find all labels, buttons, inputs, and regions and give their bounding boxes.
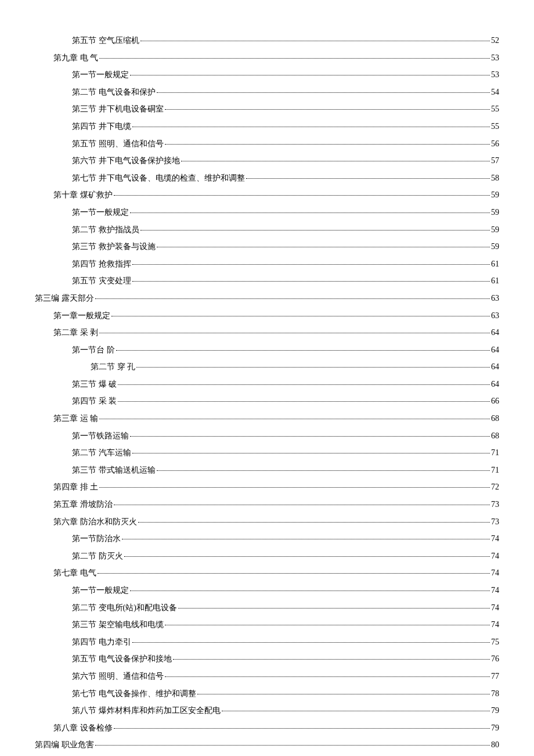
toc-entry-page: 80	[491, 739, 499, 751]
toc-entry[interactable]: 第一节防治水74	[35, 533, 499, 545]
toc-leader-dots	[136, 367, 490, 368]
toc-leader-dots	[114, 728, 490, 729]
toc-entry[interactable]: 第七章 电气74	[35, 567, 499, 579]
toc-entry[interactable]: 第六节 井下电气设备保护接地57	[35, 155, 499, 167]
toc-leader-dots	[99, 487, 490, 488]
toc-leader-dots	[118, 384, 490, 385]
toc-entry-title: 第七节 电气设备操作、维护和调整	[72, 688, 196, 700]
toc-entry-title: 第一节一般规定	[72, 585, 129, 596]
toc-entry-page: 73	[491, 516, 499, 528]
toc-entry[interactable]: 第五章 滑坡防治73	[35, 499, 499, 510]
toc-leader-dots	[222, 711, 490, 711]
toc-entry-title: 第四章 排 土	[53, 481, 98, 493]
toc-entry[interactable]: 第一章一般规定63	[35, 310, 499, 322]
toc-entry-page: 59	[491, 224, 499, 236]
toc-entry-title: 第八章 设备检修	[53, 722, 113, 734]
toc-entry-page: 52	[491, 35, 499, 46]
toc-entry[interactable]: 第一节台 阶64	[35, 344, 499, 356]
toc-leader-dots	[111, 316, 490, 316]
toc-entry[interactable]: 第四节 电力牵引75	[35, 636, 499, 648]
toc-entry[interactable]: 第五节 照明、通信和信号56	[35, 138, 499, 150]
toc-leader-dots	[130, 213, 490, 213]
toc-entry[interactable]: 第四节 井下电缆55	[35, 121, 499, 132]
toc-entry[interactable]: 第一节一般规定74	[35, 585, 499, 596]
toc-entry-title: 第二节 救护指战员	[72, 224, 139, 236]
toc-entry-page: 74	[491, 533, 499, 545]
toc-entry[interactable]: 第二节 穿 孔64	[35, 361, 499, 373]
toc-entry[interactable]: 第一节铁路运输68	[35, 430, 499, 442]
toc-leader-dots	[132, 264, 490, 265]
toc-entry-page: 74	[491, 567, 499, 579]
toc-entry[interactable]: 第三节 架空输电线和电缆74	[35, 619, 499, 631]
toc-entry[interactable]: 第三编 露天部分63	[35, 293, 499, 304]
toc-entry[interactable]: 第八章 设备检修79	[35, 722, 499, 734]
toc-leader-dots	[197, 694, 490, 694]
toc-entry[interactable]: 第一节一般规定53	[35, 69, 499, 81]
toc-entry[interactable]: 第三节 井下机电设备硐室55	[35, 103, 499, 115]
toc-entry[interactable]: 第七节 电气设备操作、维护和调整78	[35, 688, 499, 700]
toc-entry-title: 第七章 电气	[53, 567, 96, 579]
toc-entry-title: 第二章 采 剥	[53, 327, 98, 339]
toc-entry[interactable]: 第六节 照明、通信和信号77	[35, 671, 499, 682]
toc-leader-dots	[165, 676, 490, 677]
toc-entry[interactable]: 第三章 运 输68	[35, 413, 499, 424]
toc-entry-title: 第五节 照明、通信和信号	[72, 138, 164, 150]
toc-leader-dots	[165, 144, 490, 145]
toc-entry[interactable]: 第五节 灾变处理61	[35, 275, 499, 287]
toc-entry[interactable]: 第七节 井下电气设备、电缆的检查、维护和调整58	[35, 172, 499, 184]
toc-entry-page: 71	[491, 447, 499, 459]
toc-entry-page: 59	[491, 189, 499, 201]
toc-entry[interactable]: 第五节 电气设备保护和接地76	[35, 653, 499, 665]
toc-entry-page: 68	[491, 430, 499, 442]
toc-entry-title: 第九章 电 气	[53, 52, 98, 64]
toc-entry[interactable]: 第六章 防治水和防灭火73	[35, 516, 499, 528]
toc-entry-title: 第二节 防灭火	[72, 550, 123, 562]
toc-entry-page: 59	[491, 241, 499, 253]
toc-leader-dots	[165, 109, 490, 110]
toc-entry[interactable]: 第二节 变电所(站)和配电设备74	[35, 602, 499, 614]
toc-entry-page: 72	[491, 481, 499, 493]
toc-entry[interactable]: 第三节 带式输送机运输71	[35, 465, 499, 476]
toc-entry[interactable]: 第四章 排 土72	[35, 481, 499, 493]
toc-entry[interactable]: 第五节 空气压缩机52	[35, 35, 499, 46]
toc-leader-dots	[157, 470, 490, 471]
toc-entry[interactable]: 第九章 电 气53	[35, 52, 499, 64]
toc-entry[interactable]: 第三节 救护装备与设施59	[35, 241, 499, 253]
toc-entry-title: 第一节铁路运输	[72, 430, 129, 442]
toc-entry-page: 53	[491, 52, 499, 64]
toc-leader-dots	[118, 401, 490, 402]
toc-entry-page: 63	[491, 310, 499, 322]
toc-leader-dots	[95, 298, 490, 299]
toc-leader-dots	[114, 505, 490, 505]
toc-entry-page: 74	[491, 550, 499, 562]
toc-leader-dots	[95, 745, 490, 746]
toc-entry[interactable]: 第一节一般规定59	[35, 207, 499, 218]
toc-entry-title: 第十章 煤矿救护	[53, 189, 113, 201]
toc-entry[interactable]: 第八节 爆炸材料库和炸药加工区安全配电79	[35, 705, 499, 717]
toc-entry[interactable]: 第四节 采 装66	[35, 395, 499, 407]
toc-leader-dots	[130, 436, 490, 437]
toc-entry[interactable]: 第四编 职业危害80	[35, 739, 499, 751]
toc-entry[interactable]: 第二节 防灭火74	[35, 550, 499, 562]
toc-entry[interactable]: 第十章 煤矿救护59	[35, 189, 499, 201]
toc-entry-page: 54	[491, 87, 499, 98]
toc-entry[interactable]: 第四节 抢救指挥61	[35, 258, 499, 270]
toc-entry-page: 75	[491, 636, 499, 648]
toc-entry[interactable]: 第三节 爆 破64	[35, 379, 499, 390]
toc-entry[interactable]: 第二节 电气设备和保护54	[35, 87, 499, 98]
toc-entry-page: 76	[491, 653, 499, 665]
toc-entry-title: 第三节 爆 破	[72, 379, 117, 390]
toc-entry-page: 64	[491, 327, 499, 339]
toc-entry-page: 64	[491, 379, 499, 390]
toc-entry-title: 第四节 电力牵引	[72, 636, 131, 648]
toc-entry-title: 第一章一般规定	[53, 310, 110, 322]
toc-entry[interactable]: 第二章 采 剥64	[35, 327, 499, 339]
toc-entry-page: 63	[491, 293, 499, 304]
toc-leader-dots	[116, 350, 490, 351]
toc-entry-page: 77	[491, 671, 499, 682]
toc-entry[interactable]: 第二节 救护指战员59	[35, 224, 499, 236]
toc-entry-page: 79	[491, 722, 499, 734]
toc-entry-title: 第六节 照明、通信和信号	[72, 671, 164, 682]
toc-entry[interactable]: 第二节 汽车运输71	[35, 447, 499, 459]
toc-leader-dots	[181, 161, 490, 161]
